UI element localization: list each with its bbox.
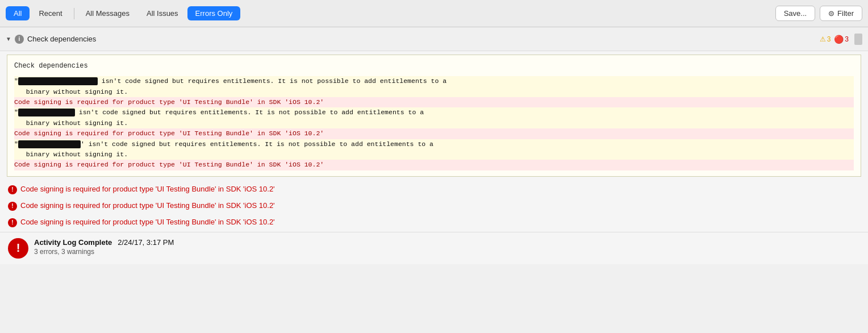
- tab-all-issues[interactable]: All Issues: [139, 6, 186, 20]
- tab-all[interactable]: All: [6, 6, 30, 20]
- list-item: ! Code signing is required for product t…: [8, 214, 860, 231]
- error-icon-3: !: [8, 218, 17, 227]
- log-line-3: " isn't code signed but requires entitle…: [14, 107, 854, 128]
- activity-title-row: Activity Log Complete 2/24/17, 3:17 PM: [34, 238, 174, 247]
- filter-button[interactable]: ⊜ Filter: [820, 6, 862, 21]
- section-header-right: ⚠ 3 🔴 3: [820, 34, 862, 45]
- info-circle-icon: i: [15, 35, 24, 44]
- section-title: Check dependencies: [27, 35, 96, 43]
- log-line-6: Code signing is required for product typ…: [14, 160, 854, 170]
- section-header-left: ▼ i Check dependencies: [6, 35, 820, 44]
- warning-icon: ⚠: [820, 35, 826, 43]
- log-line-4: Code signing is required for product typ…: [14, 128, 854, 139]
- log-box-title: Check dependencies: [14, 61, 854, 72]
- log-line-1: " isn't code signed but requires entitle…: [14, 76, 854, 97]
- error-text-3: Code signing is required for product typ…: [20, 218, 275, 226]
- redacted-3: [18, 140, 81, 148]
- content-area: ▼ i Check dependencies ⚠ 3 🔴 3 Check dep…: [0, 27, 868, 264]
- toolbar-right: Save... ⊜ Filter: [775, 6, 862, 21]
- redacted-1: [18, 77, 98, 85]
- tab-recent[interactable]: Recent: [31, 6, 70, 20]
- error-count: 3: [845, 35, 849, 43]
- warning-count: 3: [827, 35, 831, 43]
- tab-separator: [74, 8, 74, 19]
- log-line-5: "' isn't code signed but requires entitl…: [14, 139, 854, 160]
- log-line-2: Code signing is required for product typ…: [14, 97, 854, 107]
- list-item: ! Code signing is required for product t…: [8, 198, 860, 214]
- activity-footer: ! Activity Log Complete 2/24/17, 3:17 PM…: [0, 232, 868, 264]
- activity-timestamp: 2/24/17, 3:17 PM: [118, 238, 174, 247]
- activity-error-icon: !: [8, 238, 28, 259]
- error-icon-1: !: [8, 185, 17, 194]
- filter-label: Filter: [837, 9, 854, 18]
- error-circle-icon: 🔴: [834, 35, 844, 44]
- tab-all-messages[interactable]: All Messages: [78, 6, 137, 20]
- list-item: ! Code signing is required for product t…: [8, 181, 860, 198]
- save-button[interactable]: Save...: [775, 6, 815, 21]
- error-text-2: Code signing is required for product typ…: [20, 201, 275, 210]
- activity-info: Activity Log Complete 2/24/17, 3:17 PM 3…: [34, 238, 174, 256]
- warning-badge: ⚠ 3: [820, 35, 831, 43]
- activity-subtitle: 3 errors, 3 warnings: [34, 248, 174, 256]
- toolbar: All Recent All Messages All Issues Error…: [0, 0, 868, 27]
- error-icon-2: !: [8, 202, 17, 211]
- section-header: ▼ i Check dependencies ⚠ 3 🔴 3: [0, 27, 868, 51]
- chevron-icon[interactable]: ▼: [6, 36, 11, 42]
- tab-errors-only[interactable]: Errors Only: [187, 6, 241, 20]
- log-box: Check dependencies " isn't code signed b…: [7, 55, 861, 177]
- error-badge: 🔴 3: [834, 35, 849, 44]
- error-list: ! Code signing is required for product t…: [0, 180, 868, 232]
- scroll-indicator[interactable]: [854, 34, 862, 45]
- activity-title: Activity Log Complete: [34, 238, 112, 247]
- error-text-1: Code signing is required for product typ…: [20, 185, 275, 193]
- filter-icon: ⊜: [828, 9, 834, 18]
- redacted-2: [18, 109, 75, 116]
